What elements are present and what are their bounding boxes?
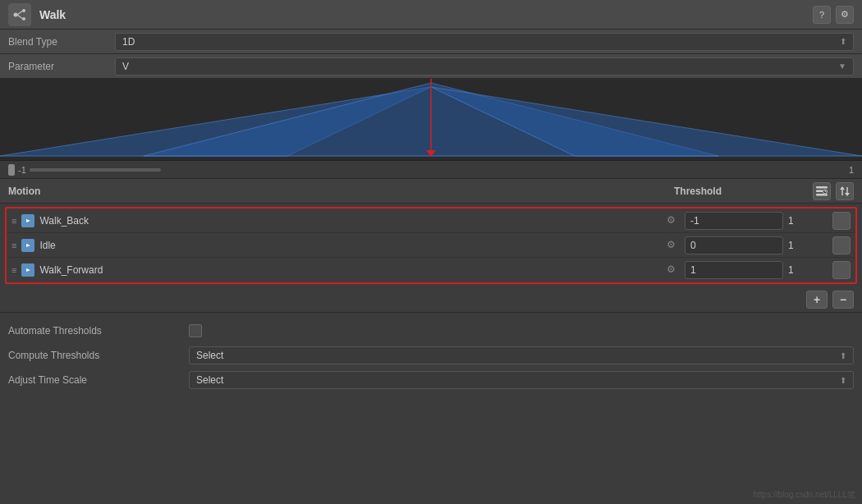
remove-motion-button[interactable]: − <box>832 291 854 309</box>
window-title: Walk <box>39 8 813 21</box>
table-row: ≡ Walk_Back ⚙ -1 1 <box>7 208 855 233</box>
compute-thresholds-row: Compute Thresholds Select ⬆ <box>8 344 854 367</box>
motion-extra-btn[interactable] <box>832 261 851 279</box>
svg-line-4 <box>17 15 22 19</box>
compute-thresholds-value: Select <box>196 350 223 361</box>
svg-point-0 <box>14 12 18 16</box>
svg-rect-15 <box>816 194 828 196</box>
motion-settings-icon[interactable]: ⚙ <box>667 263 680 277</box>
svg-marker-21 <box>840 186 845 190</box>
scale-handle-left[interactable] <box>8 164 15 176</box>
motion-table: ≡ Walk_Back ⚙ -1 1 ≡ Idle ⚙ 0 1 ≡ Walk_F… <box>5 207 857 284</box>
scale-left: -1 <box>8 164 161 176</box>
options-section: Automate Thresholds Compute Thresholds S… <box>0 312 862 400</box>
drag-handle[interactable]: ≡ <box>11 241 16 250</box>
speed-value: 1 <box>783 213 832 228</box>
threshold-value[interactable]: 1 <box>685 261 783 279</box>
parameter-row: Parameter V ▼ <box>0 54 862 79</box>
drag-handle[interactable]: ≡ <box>11 216 16 226</box>
parameter-arrow: ▼ <box>838 62 846 71</box>
compute-thresholds-arrow: ⬆ <box>840 351 846 360</box>
scale-slider[interactable] <box>30 168 161 172</box>
compute-thresholds-label: Compute Thresholds <box>8 350 189 361</box>
drag-handle[interactable]: ≡ <box>11 265 16 275</box>
parameter-label: Parameter <box>8 61 115 72</box>
adjust-time-scale-arrow: ⬆ <box>840 376 846 385</box>
blend-type-select[interactable]: 1D ⬆ <box>115 33 854 51</box>
automate-thresholds-checkbox[interactable] <box>189 324 202 337</box>
table-header: Motion Threshold <box>0 179 862 204</box>
blend-type-row: Blend Type 1D ⬆ <box>0 30 862 54</box>
graph-area <box>0 79 862 161</box>
svg-point-1 <box>22 9 25 12</box>
automate-thresholds-row: Automate Thresholds <box>8 319 854 342</box>
svg-point-2 <box>22 17 25 21</box>
scale-right-value: 1 <box>849 165 854 175</box>
adjust-time-scale-value: Select <box>196 374 223 386</box>
threshold-value[interactable]: 0 <box>685 236 783 254</box>
header: Walk ? ⚙ <box>0 0 862 30</box>
motion-settings-icon[interactable]: ⚙ <box>667 239 680 252</box>
add-remove-row: + − <box>0 287 862 312</box>
svg-rect-13 <box>816 186 828 189</box>
motion-extra-btn[interactable] <box>832 212 851 230</box>
col-threshold-header: Threshold <box>608 186 788 197</box>
scale-left-value: -1 <box>18 165 26 175</box>
help-button[interactable]: ? <box>813 6 831 24</box>
motion-clip-icon <box>21 214 34 227</box>
motion-clip-icon <box>21 263 34 277</box>
table-row: ≡ Walk_Forward ⚙ 1 1 <box>7 258 855 282</box>
adjust-time-scale-row: Adjust Time Scale Select ⬆ <box>8 369 854 392</box>
blend-type-value: 1D <box>122 36 135 48</box>
blend-type-arrow: ⬆ <box>840 37 846 46</box>
watermark: https://blog.csdn.net/LLLL笔 <box>753 488 855 501</box>
add-motion-button[interactable]: + <box>806 291 828 309</box>
blend-tree-icon <box>8 3 31 26</box>
motion-name: Walk_Forward <box>39 264 662 276</box>
speed-value: 1 <box>783 263 832 277</box>
parameter-select[interactable]: V ▼ <box>115 57 854 76</box>
compute-thresholds-select[interactable]: Select ⬆ <box>189 346 854 364</box>
settings-button[interactable]: ⚙ <box>836 6 854 24</box>
motion-name: Walk_Back <box>39 215 662 227</box>
table-header-icons <box>788 182 854 200</box>
table-row: ≡ Idle ⚙ 0 1 <box>7 233 855 258</box>
header-buttons: ? ⚙ <box>813 6 854 24</box>
motion-name: Idle <box>39 240 662 251</box>
blend-type-label: Blend Type <box>8 36 115 48</box>
blend-graph <box>0 79 862 160</box>
threshold-value[interactable]: -1 <box>685 212 783 230</box>
col-motion-header: Motion <box>8 186 608 197</box>
parameter-value: V <box>122 61 129 72</box>
autocompute-threshold-btn[interactable] <box>813 182 831 200</box>
sort-threshold-btn[interactable] <box>836 182 854 200</box>
automate-thresholds-label: Automate Thresholds <box>8 325 189 337</box>
adjust-time-scale-label: Adjust Time Scale <box>8 374 189 386</box>
svg-line-3 <box>17 11 22 15</box>
scale-row: -1 1 <box>0 161 862 179</box>
motion-clip-icon <box>21 239 34 252</box>
motion-settings-icon[interactable]: ⚙ <box>667 214 680 227</box>
adjust-time-scale-select[interactable]: Select ⬆ <box>189 371 854 389</box>
speed-value: 1 <box>783 238 832 253</box>
svg-marker-23 <box>845 193 850 196</box>
motion-extra-btn[interactable] <box>832 236 851 254</box>
